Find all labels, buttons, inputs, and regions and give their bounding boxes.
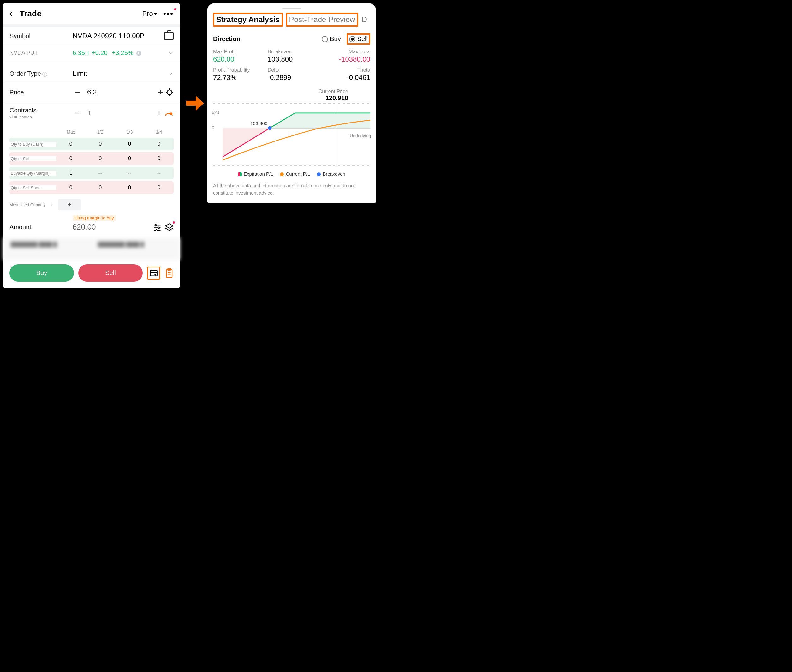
col-quarter: 1/4: [144, 126, 174, 138]
tab-post-trade-preview[interactable]: Post-Trade Preview: [286, 13, 359, 27]
chart-legend: Expiration P/L Current P/L Breakeven: [213, 171, 370, 176]
qty-row: Qty to Buy (Cash)0000: [10, 138, 174, 150]
qty-cell[interactable]: 0: [86, 181, 115, 194]
qty-cell[interactable]: 0: [56, 138, 86, 150]
layers-icon[interactable]: [165, 222, 174, 232]
chevron-down-icon[interactable]: [168, 50, 174, 56]
max-loss-value: -10380.00: [319, 55, 370, 64]
qty-cell[interactable]: --: [144, 167, 174, 179]
plus-button[interactable]: +: [155, 87, 165, 98]
svg-point-6: [171, 113, 172, 115]
order-type-value[interactable]: Limit: [73, 69, 168, 78]
card-icon[interactable]: [147, 267, 160, 280]
back-icon[interactable]: [8, 11, 14, 17]
contracts-sublabel: x100 shares: [10, 115, 73, 119]
qty-cell[interactable]: 0: [115, 181, 144, 194]
direction-label: Direction: [213, 35, 322, 43]
mode-switch[interactable]: Pro: [142, 10, 157, 18]
col-max: Max: [56, 126, 86, 138]
quantity-table: Max 1/2 1/3 1/4 Qty to Buy (Cash)0000Qty…: [3, 124, 180, 197]
margin-tag: Using margin to buy: [73, 215, 116, 221]
svg-marker-13: [165, 224, 172, 228]
last-price: 6.35: [73, 49, 85, 56]
breakeven-value: 103.800: [268, 55, 319, 64]
price-pct: +3.25%: [112, 49, 133, 56]
order-type-label: Order Typei: [10, 70, 73, 77]
strategy-panel: Strategy Analysis Post-Trade Preview D D…: [207, 3, 376, 203]
briefcase-icon[interactable]: [164, 32, 174, 40]
clipboard-icon[interactable]: [165, 268, 174, 278]
qty-row: Qty to Sell0000: [10, 152, 174, 165]
target-icon[interactable]: [165, 88, 174, 96]
trade-panel: Trade Pro ••• Symbol NVDA 240920 110.00P…: [3, 3, 180, 288]
legend-expiration: Expiration P/L: [238, 171, 273, 176]
minus-button[interactable]: −: [73, 87, 83, 98]
plus-button[interactable]: +: [154, 108, 164, 118]
chevron-down-icon[interactable]: [168, 71, 174, 77]
qty-cell[interactable]: 0: [115, 138, 144, 150]
radio-buy-label[interactable]: Buy: [330, 35, 341, 43]
pl-chart: 620 0 103.800 Underlying: [213, 103, 370, 166]
svg-point-12: [156, 230, 157, 231]
qty-row-label: Qty to Sell: [10, 156, 56, 161]
qty-cell[interactable]: 0: [86, 152, 115, 165]
qty-row-label: Buyable Qty (Margin): [10, 171, 56, 176]
symbol-value: NVDA 240920 110.00P: [73, 32, 164, 40]
qty-cell[interactable]: 0: [144, 181, 174, 194]
add-quantity-button[interactable]: +: [58, 199, 81, 210]
profit-prob-value: 72.73%: [213, 74, 265, 82]
radio-sell-label[interactable]: Sell: [357, 35, 368, 43]
most-used-label: Most Used Quantity: [10, 202, 45, 207]
legend-current: Current P/L: [280, 171, 310, 176]
svg-rect-20: [186, 101, 196, 106]
contracts-label: Contracts: [10, 107, 73, 114]
radio-sell[interactable]: [349, 36, 355, 42]
contracts-input[interactable]: 1: [87, 109, 150, 117]
svg-marker-0: [154, 13, 158, 15]
qty-cell[interactable]: 0: [144, 138, 174, 150]
chevron-right-icon: [50, 203, 54, 206]
max-profit-value: 620.00: [213, 55, 265, 64]
buy-button[interactable]: Buy: [10, 264, 74, 282]
delta-value: -0.2899: [268, 74, 319, 82]
sliders-icon[interactable]: [153, 222, 161, 232]
svg-rect-16: [166, 269, 172, 277]
current-price-value: 120.910: [213, 94, 348, 102]
svg-marker-21: [196, 96, 204, 111]
qty-cell[interactable]: 0: [86, 138, 115, 150]
more-icon[interactable]: •••: [163, 9, 174, 19]
drag-handle[interactable]: [282, 8, 301, 10]
qty-cell[interactable]: --: [86, 167, 115, 179]
notification-dot: [174, 8, 176, 10]
gauge-icon[interactable]: [164, 109, 174, 117]
qty-row-label: Qty to Buy (Cash): [10, 142, 56, 147]
qty-row: Buyable Qty (Margin)1------: [10, 167, 174, 179]
tab-strategy-analysis[interactable]: Strategy Analysis: [213, 13, 283, 27]
current-price-label: Current Price: [213, 89, 348, 94]
blurred-info: ████████ ████ █████████ ████ █: [3, 238, 180, 260]
symbol-label: Symbol: [10, 32, 73, 40]
amount-label: Amount: [10, 224, 73, 231]
qty-cell[interactable]: 0: [144, 152, 174, 165]
sell-button[interactable]: Sell: [78, 264, 143, 282]
qty-cell[interactable]: 1: [56, 167, 86, 179]
qty-cell[interactable]: 0: [115, 152, 144, 165]
theta-label: Theta: [319, 67, 370, 73]
chevron-down-icon: [154, 12, 158, 16]
disclaimer: All the above data and information are f…: [213, 182, 370, 197]
clock-icon: [136, 51, 141, 56]
amount-value: 620.00: [73, 222, 150, 232]
qty-cell[interactable]: 0: [56, 152, 86, 165]
minus-button[interactable]: −: [73, 108, 83, 118]
ytick-0: 0: [212, 125, 214, 130]
qty-cell[interactable]: 0: [56, 181, 86, 194]
qty-cell[interactable]: --: [115, 167, 144, 179]
price-input[interactable]: 6.2: [87, 88, 151, 96]
svg-point-1: [167, 90, 172, 94]
page-title: Trade: [19, 9, 142, 19]
profit-prob-label: Profit Probability: [213, 67, 265, 73]
radio-buy[interactable]: [322, 36, 328, 42]
col-half: 1/2: [86, 126, 115, 138]
arrow-up-icon: ↑: [87, 49, 92, 56]
info-icon[interactable]: i: [42, 72, 47, 77]
